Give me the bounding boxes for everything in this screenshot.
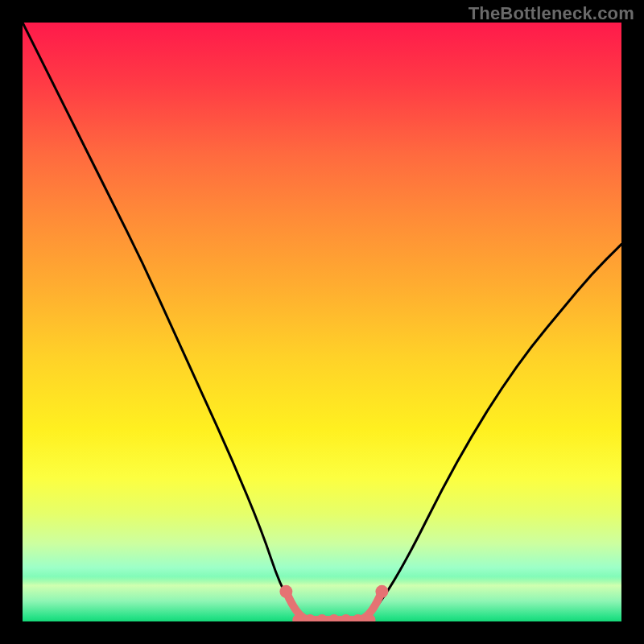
- optimal-end-dot: [279, 585, 292, 598]
- plot-area: [23, 23, 621, 621]
- bottleneck-curve-path: [23, 23, 621, 621]
- bottleneck-curve-svg: [23, 23, 621, 621]
- watermark-text: TheBottleneck.com: [469, 3, 634, 24]
- optimal-dot: [328, 614, 340, 621]
- optimal-dot: [341, 614, 352, 621]
- chart-frame: TheBottleneck.com: [0, 0, 644, 644]
- optimal-dot: [316, 614, 328, 621]
- optimal-end-dot: [375, 585, 388, 598]
